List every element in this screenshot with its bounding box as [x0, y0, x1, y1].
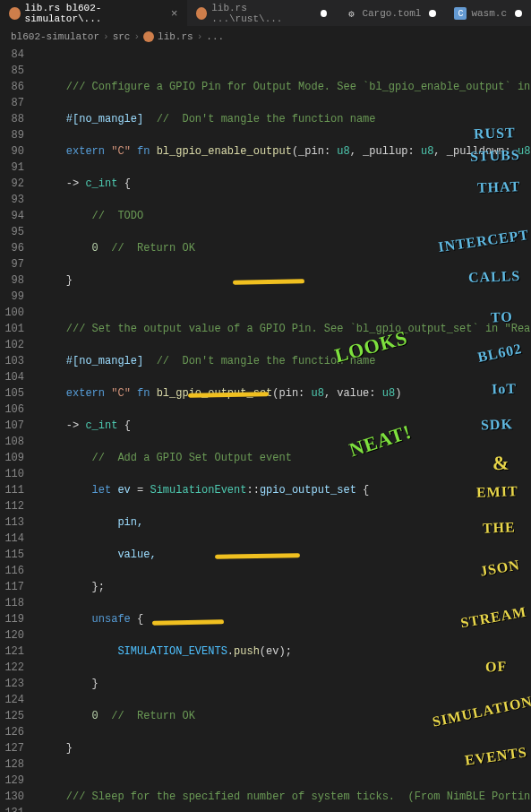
- tab-label: wasm.c: [471, 8, 507, 19]
- close-icon[interactable]: ×: [167, 7, 178, 21]
- chevron-right-icon: ›: [197, 31, 203, 42]
- breadcrumb-symbol[interactable]: ...: [206, 31, 224, 42]
- c-icon: C: [454, 7, 467, 20]
- breadcrumb-folder[interactable]: bl602-simulator: [11, 31, 99, 42]
- tab-label: Cargo.toml: [362, 8, 421, 19]
- tab-lib-rs-rust[interactable]: lib.rs ...\rust\...: [187, 0, 337, 27]
- tab-cargo-toml[interactable]: ⚙ Cargo.toml: [336, 0, 445, 27]
- tab-lib-rs-simulator[interactable]: lib.rs bl602-simulator\... ×: [0, 0, 187, 27]
- chevron-right-icon: ›: [133, 31, 140, 42]
- rust-icon: [196, 7, 208, 20]
- rust-icon: [143, 31, 154, 42]
- dirty-indicator: [515, 10, 522, 17]
- tab-label: lib.rs ...\rust\...: [211, 3, 313, 24]
- cargo-icon: ⚙: [345, 7, 357, 20]
- rust-icon: [9, 7, 21, 20]
- tab-label: lib.rs bl602-simulator\...: [25, 3, 163, 24]
- editor-tabs: lib.rs bl602-simulator\... × lib.rs ...\…: [0, 0, 531, 27]
- breadcrumb-folder[interactable]: src: [113, 31, 131, 42]
- line-gutter: 8485868788899091929394959697989910010110…: [0, 47, 40, 812]
- breadcrumb[interactable]: bl602-simulator › src › lib.rs › ...: [0, 27, 531, 47]
- code-editor[interactable]: 8485868788899091929394959697989910010110…: [0, 47, 531, 812]
- dirty-indicator: [429, 10, 436, 17]
- dirty-indicator: [321, 10, 327, 17]
- breadcrumb-file[interactable]: lib.rs: [158, 31, 193, 42]
- tab-wasm-c[interactable]: C wasm.c: [445, 0, 531, 27]
- chevron-right-icon: ›: [103, 31, 109, 42]
- code-area[interactable]: /// Configure a GPIO Pin for Output Mode…: [40, 47, 531, 812]
